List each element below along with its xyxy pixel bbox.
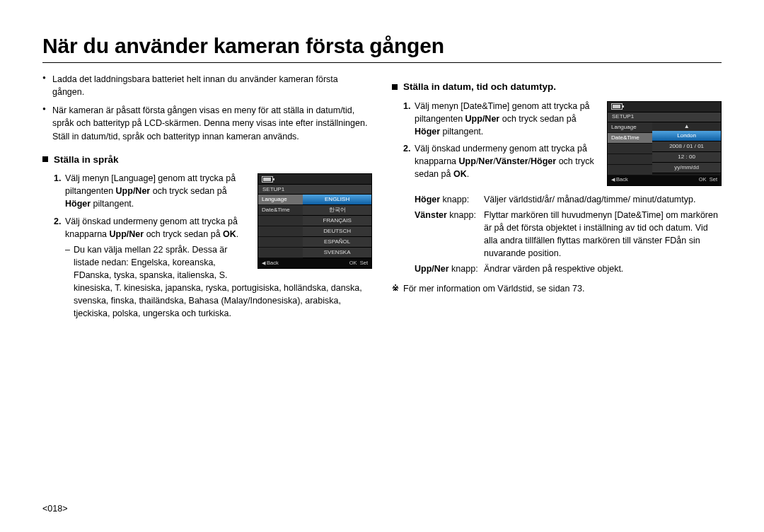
definition-row: Vänster knapp: Flyttar markören till huv… [415, 209, 722, 260]
step-item: 1. Välj menyn [Date&Time] genom att tryc… [403, 100, 722, 138]
definition-row: Upp/Ner knapp: Ändrar värden på respekti… [415, 262, 722, 275]
definition-desc: Flyttar markören till huvudmenyn [Date&T… [484, 209, 722, 260]
definition-term: Höger knapp: [415, 193, 484, 206]
step-number: 2. [54, 215, 61, 228]
sublist-item: Du kan välja mellan 22 språk. Dessa är l… [65, 243, 372, 320]
step-number: 1. [54, 172, 61, 185]
intro-bullet: När kameran är påsatt första gången visa… [42, 104, 372, 142]
intro-bullet: Ladda det laddningsbara batteriet helt i… [42, 73, 372, 98]
step-text: Välj önskad undermeny genom att trycka p… [65, 216, 238, 239]
step-item: 1. Välj menyn [Language] genom att tryck… [54, 172, 372, 210]
step-sublist: Du kan välja mellan 22 språk. Dessa är l… [65, 243, 372, 320]
step-number: 1. [403, 100, 410, 112]
two-column-layout: Ladda det laddningsbara batteriet helt i… [42, 73, 722, 325]
manual-page: När du använder kameran första gången La… [0, 0, 764, 532]
page-title: När du använder kameran första gången [42, 34, 722, 63]
definition-term: Upp/Ner knapp: [415, 262, 484, 275]
step-number: 2. [403, 142, 410, 155]
section-heading-datetime: Ställa in datum, tid och datumtyp. [392, 80, 722, 94]
definition-desc: Väljer världstid/år/ månad/dag/timme/ mi… [484, 193, 722, 206]
step-text: Välj menyn [Language] genom att trycka p… [65, 173, 236, 209]
intro-bullet-list: Ladda det laddningsbara batteriet helt i… [42, 73, 372, 143]
step-item: 2. Välj önskad undermeny genom att tryck… [403, 142, 722, 180]
footnote-text: För mer information om Världstid, se sid… [403, 284, 584, 294]
section-heading-language: Ställa in språk [42, 153, 372, 167]
section-heading-text: Ställa in språk [54, 153, 119, 167]
right-column: Ställa in datum, tid och datumtyp. SETUP… [392, 73, 722, 325]
footnote: ※ För mer information om Världstid, se s… [392, 282, 722, 295]
step-item: 2. Välj önskad undermeny genom att tryck… [54, 215, 372, 320]
left-column: Ladda det laddningsbara batteriet helt i… [42, 73, 372, 325]
section-heading-text: Ställa in datum, tid och datumtyp. [403, 80, 556, 94]
reference-mark-icon: ※ [392, 282, 399, 294]
definition-desc: Ändrar värden på respektive objekt. [484, 262, 722, 275]
page-number: <018> [42, 504, 67, 514]
step-text: Välj menyn [Date&Time] genom att trycka … [415, 101, 590, 137]
language-steps: 1. Välj menyn [Language] genom att tryck… [42, 172, 372, 320]
definition-row: Höger knapp: Väljer världstid/år/ månad/… [415, 193, 722, 206]
definition-term: Vänster knapp: [415, 209, 484, 260]
step-text: Välj önskad undermeny genom att trycka p… [415, 144, 594, 179]
button-definitions: Höger knapp: Väljer världstid/år/ månad/… [392, 193, 722, 276]
